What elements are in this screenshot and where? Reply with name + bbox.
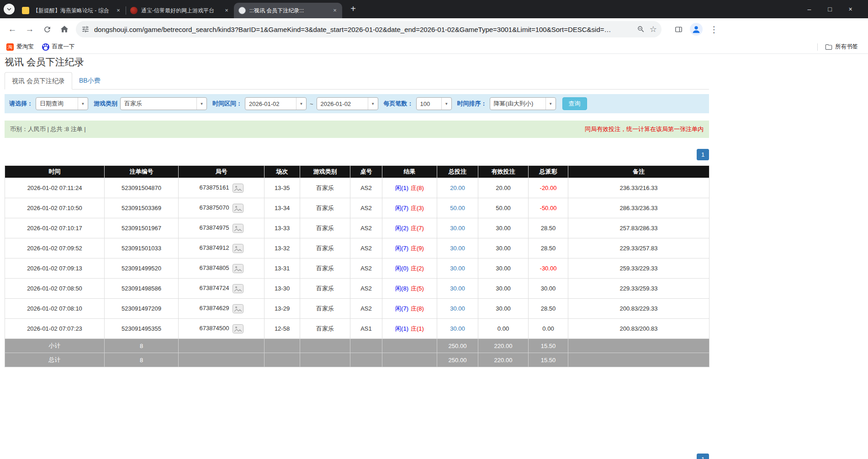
column-header: 局号 <box>179 166 265 178</box>
query-type-select[interactable]: 日期查询 <box>36 97 88 110</box>
round-number: 673875161 <box>199 184 229 191</box>
cell-result: 闲(7)庄(3) <box>382 198 437 218</box>
cell-note: 259.33/229.33 <box>568 259 709 279</box>
cell-game-type: 百家乐 <box>300 198 350 218</box>
column-header: 桌号 <box>350 166 382 178</box>
browser-tab[interactable]: 【新提醒】海燕策略论坛 - 综合 × <box>17 3 126 18</box>
page-title: 视讯 会员下注纪录 <box>5 56 709 69</box>
cell-time: 2026-01-02 07:10:50 <box>5 198 105 218</box>
bookmark-label: 爱淘宝 <box>16 43 34 51</box>
cell-total-bet[interactable]: 30.00 <box>437 259 478 279</box>
page-number-button[interactable]: 1 <box>697 454 709 459</box>
cell-total-bet[interactable]: 30.00 <box>437 218 478 238</box>
home-button[interactable] <box>57 21 72 37</box>
subtotal-row: 小计 8 250.00 220.00 15.50 <box>5 339 709 353</box>
cell-total-bet[interactable]: 30.00 <box>437 299 478 319</box>
table-header-row: 时间注单编号局号场次游戏类别桌号结果总投注有效投注总派彩备注 <box>5 166 709 178</box>
bookmark-item[interactable]: 淘 爱淘宝 <box>6 43 34 51</box>
menu-icon[interactable]: ⋮ <box>706 21 722 37</box>
date-end-value: 2026-01-02 <box>317 100 368 107</box>
bookmarks-bar: 淘 爱淘宝 百度一下 所有书签 <box>0 40 868 54</box>
round-detail-icon[interactable] <box>233 204 243 213</box>
round-detail-icon[interactable] <box>233 244 243 253</box>
cell-game-type: 百家乐 <box>300 279 350 299</box>
filter-page-size-label: 每页笔数： <box>384 100 413 108</box>
date-end-select[interactable]: 2026-01-02 <box>317 97 378 110</box>
bookmark-item[interactable]: 百度一下 <box>42 43 75 51</box>
browser-tab[interactable]: 通宝-信誉最好的网上游戏平台 × <box>126 3 234 18</box>
window-minimize-button[interactable]: – <box>799 0 820 18</box>
round-detail-icon[interactable] <box>233 184 243 193</box>
subtotal-total-bet: 250.00 <box>437 339 478 353</box>
side-panel-icon[interactable] <box>671 21 686 37</box>
game-type-select[interactable]: 百家乐 <box>120 97 207 110</box>
table-body: 2026-01-02 07:11:24 523091504870 6738751… <box>5 178 709 339</box>
all-bookmarks-button[interactable]: 所有书签 <box>825 43 858 51</box>
cell-round: 673874724 <box>179 279 265 299</box>
window-close-button[interactable]: × <box>840 0 861 18</box>
round-number: 673875070 <box>199 204 229 211</box>
back-button[interactable]: ← <box>5 21 20 37</box>
cell-bet-id: 523091495355 <box>105 319 179 339</box>
sort-order-select[interactable]: 降冪(由大到小) <box>490 97 556 110</box>
tab-close-icon[interactable]: × <box>223 7 230 14</box>
cell-session: 13-30 <box>265 279 300 299</box>
site-info-icon[interactable] <box>81 25 90 33</box>
cell-round: 673874629 <box>179 299 265 319</box>
game-type-value: 百家乐 <box>121 100 196 108</box>
table-row: 2026-01-02 07:07:23 523091495355 6738745… <box>5 319 709 339</box>
dropdown-arrow-icon <box>545 98 556 110</box>
browser-toolbar: ← → dongshouji.com/game/betrecord_search… <box>0 18 868 40</box>
cell-total-bet[interactable]: 30.00 <box>437 319 478 339</box>
cell-valid-bet: 30.00 <box>478 238 529 259</box>
reload-button[interactable] <box>39 21 55 37</box>
cell-total-bet[interactable]: 30.00 <box>437 238 478 259</box>
round-number: 673874724 <box>199 285 229 291</box>
search-button[interactable]: 查询 <box>562 97 587 110</box>
cell-total-bet[interactable]: 30.00 <box>437 279 478 299</box>
cell-total-bet[interactable]: 50.00 <box>437 198 478 218</box>
date-range-tilde: ~ <box>310 100 313 107</box>
tab-close-icon[interactable]: × <box>331 7 339 14</box>
subtotal-payout: 15.50 <box>529 339 568 353</box>
page-number-button[interactable]: 1 <box>697 149 709 160</box>
bookmark-star-icon[interactable]: ☆ <box>650 24 657 34</box>
cell-table-no: AS2 <box>350 299 382 319</box>
new-tab-button[interactable]: + <box>347 3 360 16</box>
forward-button[interactable]: → <box>22 21 37 37</box>
cell-note: 229.33/259.33 <box>568 279 709 299</box>
total-total-bet: 250.00 <box>437 353 478 367</box>
result-player: 闲(7) <box>395 305 408 312</box>
dropdown-arrow-icon <box>368 98 378 110</box>
round-detail-icon[interactable] <box>233 224 243 233</box>
table-row: 2026-01-02 07:09:52 523091501033 6738749… <box>5 238 709 259</box>
tab-search-button[interactable] <box>4 4 15 15</box>
cell-session: 13-32 <box>265 238 300 259</box>
all-bookmarks-label: 所有书签 <box>835 43 858 51</box>
round-detail-icon[interactable] <box>233 304 243 313</box>
cell-time: 2026-01-02 07:10:17 <box>5 218 105 238</box>
page-nav-tab[interactable]: BB小费 <box>72 72 107 89</box>
result-banker: 庄(3) <box>411 205 424 211</box>
window-maximize-button[interactable]: □ <box>820 0 840 18</box>
round-detail-icon[interactable] <box>233 324 243 333</box>
cell-total-bet[interactable]: 20.00 <box>437 178 478 198</box>
total-valid-bet: 220.00 <box>478 353 529 367</box>
browser-tab[interactable]: :::视讯 会员下注纪录::: × <box>234 3 342 18</box>
page-nav-tab[interactable]: 视讯 会员下注纪录 <box>5 72 72 90</box>
tab-close-icon[interactable]: × <box>115 7 122 14</box>
address-bar[interactable]: dongshouji.com/game/betrecord_search/kin… <box>76 21 662 37</box>
cell-game-type: 百家乐 <box>300 259 350 279</box>
round-detail-icon[interactable] <box>233 264 243 273</box>
zoom-icon[interactable] <box>637 25 645 33</box>
cell-result: 闲(1)庄(8) <box>382 178 437 198</box>
page-size-select[interactable]: 100 <box>416 97 452 110</box>
cell-payout: 28.50 <box>529 299 568 319</box>
result-banker: 庄(8) <box>411 305 424 312</box>
profile-avatar[interactable] <box>690 23 703 36</box>
round-detail-icon[interactable] <box>233 284 243 293</box>
result-player: 闲(1) <box>395 185 408 191</box>
url-text: dongshouji.com/game/betrecord_search/kin… <box>94 26 632 33</box>
date-start-select[interactable]: 2026-01-02 <box>245 97 307 110</box>
cell-valid-bet: 30.00 <box>478 279 529 299</box>
